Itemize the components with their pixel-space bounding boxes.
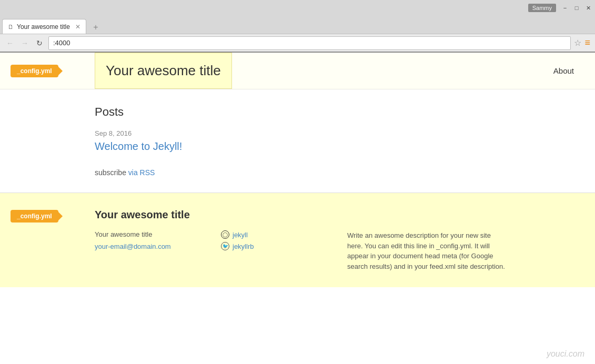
footer-github-row: ◯ jekyll [221, 230, 316, 239]
footer-col-description: Write an awesome description for your ne… [347, 230, 505, 271]
title-bar: Sammy − □ ✕ [0, 0, 595, 16]
footer-title: Your awesome title [95, 209, 595, 221]
back-button[interactable]: ← [4, 37, 16, 49]
post-date: Sep 8, 2016 [95, 129, 473, 137]
refresh-button[interactable]: ↻ [34, 37, 45, 49]
footer-grid: Your awesome title your-email@domain.com… [95, 230, 595, 271]
footer-twitter-row: 🐦 jekyllrb [221, 242, 316, 250]
footer-description: Write an awesome description for your ne… [347, 230, 505, 271]
address-bar: ← → ↻ ☆ ≡ [0, 34, 595, 53]
footer-col-contact: Your awesome title your-email@domain.com [95, 230, 189, 271]
header-config-badge: _config.yml [11, 65, 58, 77]
github-link[interactable]: jekyll [233, 231, 248, 239]
site-header: _config.yml Your awesome title About [0, 53, 595, 89]
site-nav: About [553, 66, 595, 76]
forward-button[interactable]: → [19, 37, 31, 49]
twitter-link[interactable]: jekyllrb [233, 242, 254, 250]
tab-page-icon: 🗋 [8, 24, 14, 30]
active-tab[interactable]: 🗋 Your awesome title ✕ [2, 19, 86, 34]
tab-close-button[interactable]: ✕ [75, 23, 80, 31]
footer-email-link[interactable]: your-email@domain.com [95, 242, 171, 250]
tab-title: Your awesome title [17, 23, 70, 31]
maximize-button[interactable]: □ [572, 3, 581, 13]
new-tab-button[interactable]: + [88, 21, 103, 34]
main-content: Posts Sep 8, 2016 Welcome to Jekyll! sub… [0, 89, 473, 187]
rss-link[interactable]: via RSS [128, 168, 155, 177]
subscribe-section: subscribe via RSS [95, 168, 473, 177]
footer-config-badge: _config.yml [11, 210, 58, 223]
watermark: youci.com [547, 349, 584, 359]
page-content: _config.yml Your awesome title About Pos… [0, 53, 595, 364]
post-title-link[interactable]: Welcome to Jekyll! [95, 140, 182, 152]
window-controls: − □ ✕ [560, 3, 593, 13]
post-item: Welcome to Jekyll! [95, 140, 473, 153]
site-title: Your awesome title [106, 63, 221, 79]
close-button[interactable]: ✕ [583, 3, 593, 13]
site-title-area: Your awesome title [95, 53, 232, 89]
footer-site-name: Your awesome title [95, 230, 189, 238]
footer-col-social: ◯ jekyll 🐦 jekyllrb [221, 230, 316, 271]
twitter-icon: 🐦 [221, 242, 229, 250]
browser-chrome: Sammy − □ ✕ 🗋 Your awesome title ✕ + ← →… [0, 0, 595, 53]
subscribe-label: subscribe [95, 168, 126, 177]
site-footer: _config.yml Your awesome title Your awes… [0, 193, 595, 287]
github-icon: ◯ [221, 230, 229, 239]
posts-heading: Posts [95, 105, 473, 119]
url-input[interactable] [48, 36, 571, 50]
bookmark-star-icon[interactable]: ☆ [574, 38, 581, 48]
nav-about-link[interactable]: About [553, 66, 574, 75]
tab-bar: 🗋 Your awesome title ✕ + [0, 16, 595, 34]
user-button[interactable]: Sammy [528, 4, 556, 12]
browser-menu-icon[interactable]: ≡ [584, 37, 591, 48]
minimize-button[interactable]: − [560, 3, 570, 13]
